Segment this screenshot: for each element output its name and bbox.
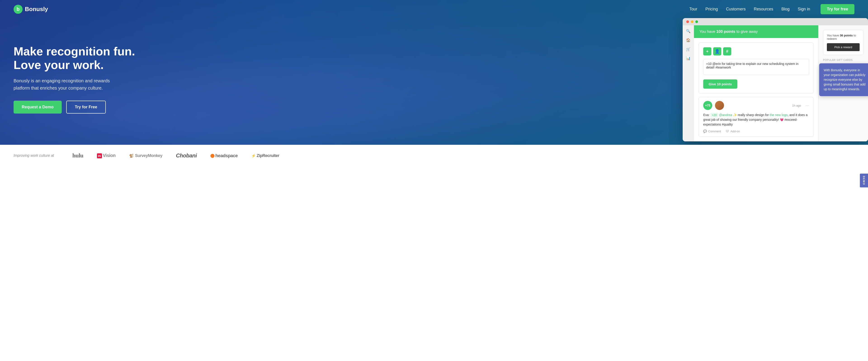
app-main: You have 100 points to give away + 👤 # +…	[694, 25, 818, 141]
feed-text: Eva: +20 @andrea ✨ really sharp design f…	[703, 113, 809, 127]
comment-icon: 💬	[703, 130, 707, 133]
hulu-logo: hulu	[72, 152, 84, 159]
demo-tooltip: With Bonusly, everyone in your organizat…	[819, 63, 868, 96]
nav-customers[interactable]: Customers	[726, 7, 746, 11]
feed-actions: 💬 Comment 🤍 Add-on	[703, 130, 809, 133]
window-titlebar	[683, 18, 868, 25]
surveymonkey-logo: 🐒 SurveyMonkey	[129, 153, 162, 158]
nav-tour[interactable]: Tour	[689, 7, 698, 11]
ziprecruiter-icon: ⚡	[251, 154, 256, 158]
cart-icon: 🛒	[686, 47, 690, 52]
heart-icon: 🤍	[725, 130, 729, 133]
hero-title-line2: Love your work.	[13, 58, 104, 71]
give-points-card: + 👤 # +10 @erin for taking time to expla…	[699, 42, 814, 93]
feed-item: +75 1h ago ··· Eva: +20 @andrea ✨ really…	[699, 97, 814, 137]
bonusly-logo-icon: b	[13, 5, 23, 14]
header-points: 100 points	[716, 29, 735, 34]
header-post: to give away	[735, 29, 758, 34]
surveymonkey-icon: 🐒	[129, 154, 133, 158]
navbar-nav: Tour Pricing Customers Resources Blog Si…	[689, 4, 855, 14]
logo-text: Bonusly	[25, 6, 48, 13]
add-hashtag-icon[interactable]: #	[723, 47, 731, 55]
navbar-try-free-button[interactable]: Try for free	[820, 4, 855, 14]
app-feed: + 👤 # +10 @erin for taking time to expla…	[694, 38, 818, 141]
try-for-free-button[interactable]: Try for Free	[66, 101, 106, 114]
nav-blog[interactable]: Blog	[781, 7, 789, 11]
headspace-logo: headspace	[211, 153, 238, 158]
request-demo-button[interactable]: Request a Demo	[13, 101, 62, 114]
window-dot-red	[686, 20, 689, 23]
feed-avatar	[715, 101, 724, 110]
feed-mention-name: @andrea	[719, 113, 732, 117]
feed-badge: +75	[703, 101, 712, 110]
window-dot-yellow	[691, 20, 693, 23]
invision-logo: INVision	[97, 153, 116, 158]
header-pre: You have	[700, 29, 716, 34]
invision-box: IN	[97, 153, 102, 158]
redeem-pre: You have	[827, 34, 840, 37]
pick-reward-button[interactable]: Pick a reward	[827, 43, 860, 51]
headspace-dot-icon	[211, 154, 215, 158]
app-sidebar: 🔍 🏠 🛒 📊	[683, 25, 694, 141]
feed-comment-action[interactable]: 💬 Comment	[703, 130, 721, 133]
feed-text-main: really sharp design for	[738, 113, 770, 117]
feed-time: 1h ago	[792, 104, 801, 107]
hero-buttons: Request a Demo Try for Free	[13, 101, 135, 114]
feed-mention-amount: +20	[710, 113, 718, 117]
feed-link[interactable]: the new logo	[770, 113, 787, 117]
redeem-points: 36 points	[840, 34, 852, 37]
hero-title: Make recognition fun. Love your work.	[13, 45, 135, 72]
window-dot-green	[695, 20, 698, 23]
chobani-logo: Chobani	[176, 152, 197, 159]
feed-addon-action[interactable]: 🤍 Add-on	[725, 130, 740, 133]
add-person-icon[interactable]: 👤	[713, 47, 721, 55]
redeem-text: You have 36 points to redeem	[827, 34, 860, 40]
navbar: b Bonusly Tour Pricing Customers Resourc…	[0, 0, 868, 18]
brand-logos: hulu INVision 🐒 SurveyMonkey Chobani hea…	[72, 152, 279, 159]
hero-content: Make recognition fun. Love your work. Bo…	[0, 18, 149, 127]
feed-author: Eva:	[703, 113, 710, 117]
search-icon: 🔍	[686, 29, 690, 33]
redeem-card: You have 36 points to redeem Pick a rewa…	[823, 30, 864, 55]
give-points-button[interactable]: Give 10 points	[703, 80, 737, 89]
home-icon: 🏠	[686, 38, 690, 42]
give-icons: + 👤 #	[703, 47, 809, 55]
addon-label: Add-on	[730, 130, 740, 133]
feed-options-dots[interactable]: ···	[806, 103, 809, 108]
chart-icon: 📊	[686, 56, 690, 61]
demo-tooltip-text: With Bonusly, everyone in your organizat…	[824, 68, 865, 91]
social-proof-bar: Improving work culture at hulu INVision …	[0, 145, 868, 166]
hero-section: Make recognition fun. Love your work. Bo…	[0, 0, 868, 145]
nav-pricing[interactable]: Pricing	[706, 7, 718, 11]
logo-link[interactable]: b Bonusly	[13, 5, 48, 14]
app-header-bar: You have 100 points to give away	[694, 25, 818, 38]
app-mockup-container: 🔍 🏠 🛒 📊 You have 100 points to give away	[683, 18, 868, 141]
ziprecruiter-logo: ⚡ZipRecruiter	[251, 153, 279, 158]
feed-sparkle: ✨	[733, 113, 737, 117]
svg-text:b: b	[17, 6, 20, 12]
popular-gift-cards-label: POPULAR GIFT CARDS	[823, 59, 864, 61]
hero-subtitle: Bonusly is an engaging recognition and r…	[13, 77, 127, 92]
nav-resources[interactable]: Resources	[754, 7, 773, 11]
hero-title-line1: Make recognition fun.	[13, 45, 135, 58]
comment-label: Comment	[708, 130, 721, 133]
social-proof-tagline: Improving work culture at	[13, 154, 59, 158]
give-textarea[interactable]: +10 @erin for taking time to explain our…	[703, 59, 809, 75]
nav-sign-in[interactable]: Sign in	[798, 7, 810, 11]
feed-item-header: +75 1h ago ···	[703, 101, 809, 110]
add-bonus-icon[interactable]: +	[703, 47, 711, 55]
